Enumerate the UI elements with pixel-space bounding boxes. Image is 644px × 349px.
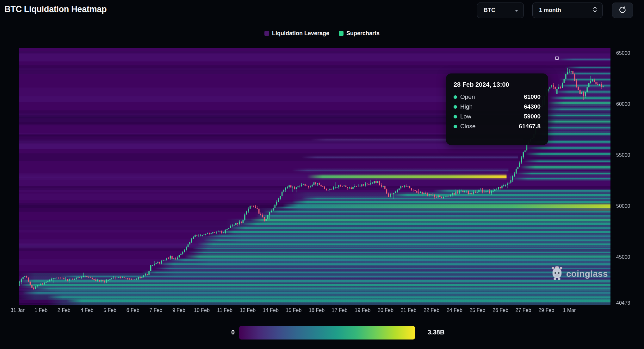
tooltip-value: 61467.8 bbox=[519, 123, 541, 130]
tooltip-row-open: Open 61000 bbox=[454, 93, 541, 100]
x-axis-label: 22 Feb bbox=[424, 308, 439, 313]
colorbar-gradient bbox=[239, 326, 415, 339]
x-axis-label: 27 Feb bbox=[516, 308, 531, 313]
x-axis-label: 20 Feb bbox=[378, 308, 393, 313]
tooltip-value: 59000 bbox=[524, 113, 541, 120]
x-axis-label: 31 Jan bbox=[10, 308, 26, 313]
y-axis-label: 65000 bbox=[616, 50, 630, 56]
x-axis-label: 19 Feb bbox=[355, 308, 370, 313]
page-title: BTC Liquidation Heatmap bbox=[4, 4, 107, 14]
x-axis-label: 29 Feb bbox=[538, 308, 554, 313]
tooltip-value: 61000 bbox=[524, 93, 541, 100]
x-axis-label: 9 Feb bbox=[172, 308, 185, 313]
x-axis-label: 26 Feb bbox=[492, 308, 508, 313]
y-axis-label: 60000 bbox=[616, 101, 630, 107]
bull-logo-icon bbox=[551, 266, 563, 282]
x-axis-label: 6 Feb bbox=[127, 308, 139, 313]
x-axis-label: 1 Mar bbox=[563, 308, 576, 313]
x-axis-label: 7 Feb bbox=[149, 308, 162, 313]
legend-swatch-green bbox=[339, 31, 344, 36]
x-axis-label: 25 Feb bbox=[470, 308, 486, 313]
chevron-up-down-icon bbox=[593, 6, 597, 15]
legend-label: Liquidation Leverage bbox=[272, 30, 329, 37]
watermark-text: coinglass bbox=[566, 269, 608, 279]
colorbar-min-label: 0 bbox=[218, 329, 235, 336]
tooltip-value: 64300 bbox=[524, 103, 541, 110]
liquidation-heatmap-page: BTC Liquidation Heatmap BTC 1 month Liqu… bbox=[0, 0, 644, 349]
refresh-icon bbox=[618, 6, 627, 15]
tooltip-label: Close bbox=[460, 123, 476, 130]
tooltip-label: High bbox=[460, 103, 473, 110]
x-axis-label: 4 Feb bbox=[80, 308, 93, 313]
y-axis-label: 45000 bbox=[616, 254, 630, 260]
tooltip-label: Low bbox=[460, 113, 471, 120]
x-axis-label: 10 Feb bbox=[194, 308, 210, 313]
symbol-select[interactable]: BTC bbox=[477, 3, 524, 18]
chart-legend: Liquidation Leverage Supercharts bbox=[0, 30, 644, 37]
series-dot-icon bbox=[454, 95, 457, 99]
tooltip-date: 28 Feb 2024, 13:00 bbox=[454, 81, 541, 88]
period-select-value: 1 month bbox=[539, 7, 561, 14]
colorbar-max-label: 3.38B bbox=[428, 329, 444, 336]
series-dot-icon bbox=[454, 105, 457, 109]
x-axis-label: 21 Feb bbox=[401, 308, 417, 313]
period-select[interactable]: 1 month bbox=[532, 3, 603, 18]
refresh-button[interactable] bbox=[612, 3, 633, 18]
tooltip-row-high: High 64300 bbox=[454, 103, 541, 110]
chevron-down-icon bbox=[515, 7, 518, 14]
series-dot-icon bbox=[454, 125, 457, 128]
x-axis-label: 14 Feb bbox=[263, 308, 279, 313]
tooltip-label: Open bbox=[460, 93, 475, 100]
symbol-select-value: BTC bbox=[484, 7, 495, 14]
series-dot-icon bbox=[454, 115, 457, 118]
x-axis-label: 12 Feb bbox=[240, 308, 256, 313]
y-axis-label: 40473 bbox=[616, 300, 630, 306]
x-axis-label: 5 Feb bbox=[103, 308, 116, 313]
x-axis-label: 15 Feb bbox=[286, 308, 302, 313]
tooltip-row-close: Close 61467.8 bbox=[454, 123, 541, 130]
legend-item-liquidation-leverage[interactable]: Liquidation Leverage bbox=[264, 30, 329, 37]
y-axis-label: 55000 bbox=[616, 152, 630, 158]
x-axis-label: 16 Feb bbox=[309, 308, 325, 313]
tooltip-row-low: Low 59000 bbox=[454, 113, 541, 120]
candle-tooltip: 28 Feb 2024, 13:00 Open 61000 High 64300… bbox=[446, 73, 548, 145]
legend-swatch-purple bbox=[264, 31, 269, 36]
x-axis-label: 17 Feb bbox=[332, 308, 348, 313]
x-axis-label: 1 Feb bbox=[34, 308, 47, 313]
legend-label: Supercharts bbox=[346, 30, 380, 37]
x-axis-label: 2 Feb bbox=[58, 308, 71, 313]
x-axis-label: 24 Feb bbox=[447, 308, 462, 313]
legend-item-supercharts[interactable]: Supercharts bbox=[339, 30, 380, 37]
y-axis-label: 50000 bbox=[616, 203, 630, 209]
x-axis-label: 11 Feb bbox=[217, 308, 232, 313]
coinglass-watermark: coinglass bbox=[551, 266, 608, 282]
